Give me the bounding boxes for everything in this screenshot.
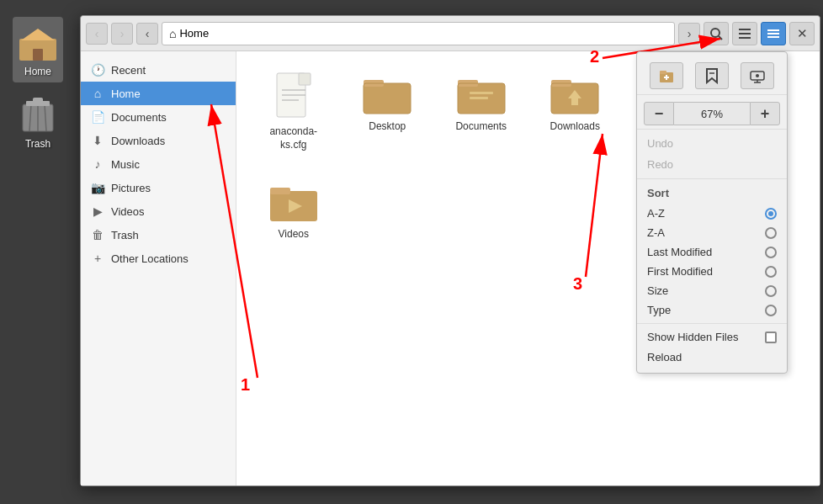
config-file-icon: [273, 72, 314, 120]
undo-item[interactable]: Undo: [637, 133, 787, 154]
zoom-row: − 67% +: [637, 98, 787, 130]
sidebar-item-trash[interactable]: 🗑 Trash: [81, 223, 236, 247]
file-desktop[interactable]: Desktop: [344, 65, 432, 166]
show-hidden-checkbox[interactable]: [765, 332, 777, 343]
svg-rect-16: [767, 33, 779, 34]
sort-last-modified[interactable]: Last Modified: [637, 242, 787, 262]
sort-size[interactable]: Size: [637, 281, 787, 300]
svg-rect-14: [739, 37, 751, 39]
svg-rect-13: [739, 33, 751, 34]
new-folder-button[interactable]: [650, 62, 683, 89]
videos-icon: ▶: [91, 204, 104, 218]
svg-point-55: [756, 74, 759, 77]
forward-button[interactable]: ›: [111, 23, 133, 45]
sort-last-modified-radio[interactable]: [765, 247, 777, 258]
sort-az-radio[interactable]: [765, 208, 777, 220]
sidebar-downloads-label: Downloads: [111, 135, 165, 147]
sidebar-home-label: Home: [111, 88, 141, 100]
sidebar-other-label: Other Locations: [111, 252, 188, 265]
list-view-icon: [738, 27, 751, 40]
sort-type-label: Type: [647, 304, 671, 316]
sort-first-modified-label: First Modified: [647, 265, 713, 278]
file-anaconda[interactable]: anaconda-ks.cfg: [250, 65, 337, 166]
menu-divider-1: [637, 178, 787, 179]
desktop-icon-trash[interactable]: Trash: [14, 89, 61, 155]
sidebar-item-documents[interactable]: 📄 Documents: [81, 105, 236, 129]
hamburger-menu-icon: [767, 27, 780, 40]
search-icon: [709, 27, 723, 40]
new-folder-icon: [658, 67, 675, 84]
svg-rect-44: [270, 188, 290, 194]
file-documents[interactable]: Documents: [438, 65, 525, 166]
close-button[interactable]: ✕: [789, 22, 815, 45]
svg-rect-12: [739, 29, 751, 30]
show-hidden-row[interactable]: Show Hidden Files: [637, 327, 787, 347]
svg-rect-31: [470, 97, 488, 99]
file-videos[interactable]: Videos: [250, 172, 337, 273]
downloads-folder-icon: [550, 72, 600, 115]
file-anaconda-label: anaconda-ks.cfg: [257, 125, 331, 151]
sidebar-item-other[interactable]: + Other Locations: [81, 247, 236, 270]
sort-last-modified-label: Last Modified: [647, 246, 712, 258]
titlebar: ‹ › ‹ ⌂ Home ›: [81, 16, 820, 51]
home-icon-label: Home: [24, 66, 51, 77]
view-list-button[interactable]: [732, 22, 757, 45]
zoom-in-button[interactable]: +: [750, 102, 780, 125]
sort-az-label: A-Z: [647, 207, 665, 220]
desktop-icons: Home Trash: [0, 0, 76, 504]
sidebar-item-recent[interactable]: 🕐 Recent: [81, 58, 236, 82]
sort-type-radio[interactable]: [765, 305, 777, 316]
sidebar-videos-label: Videos: [111, 205, 145, 218]
location-next-button[interactable]: ›: [678, 23, 700, 45]
back-button[interactable]: ‹: [86, 23, 108, 45]
file-downloads[interactable]: Downloads: [532, 65, 619, 166]
file-videos-label: Videos: [279, 228, 309, 241]
svg-marker-1: [21, 29, 55, 40]
sidebar-item-home[interactable]: ⌂ Home: [81, 82, 236, 105]
search-button[interactable]: [704, 22, 729, 45]
connect-button[interactable]: [741, 62, 774, 89]
trash-icon-label: Trash: [25, 138, 50, 150]
sort-size-radio[interactable]: [765, 285, 777, 297]
documents-folder-icon: [456, 72, 507, 115]
bookmarks-button[interactable]: [695, 62, 729, 89]
sidebar-pictures-label: Pictures: [111, 182, 151, 194]
sort-za-radio[interactable]: [765, 227, 777, 239]
reload-item[interactable]: Reload: [637, 347, 787, 368]
dropdown-menu: − 67% + Undo Redo Sort A-Z Z-A Last Modi…: [636, 51, 788, 374]
redo-item[interactable]: Redo: [637, 154, 787, 175]
sort-az[interactable]: A-Z: [637, 204, 787, 223]
sort-first-modified-radio[interactable]: [765, 266, 777, 278]
zoom-value: 67%: [674, 102, 750, 125]
sort-za[interactable]: Z-A: [637, 223, 787, 242]
sidebar-item-videos[interactable]: ▶ Videos: [81, 199, 236, 223]
sidebar-item-downloads[interactable]: ⬇ Downloads: [81, 129, 236, 152]
documents-icon: 📄: [91, 110, 104, 124]
file-documents-label: Documents: [455, 120, 507, 134]
menu-button[interactable]: [761, 22, 786, 45]
svg-rect-9: [33, 98, 43, 103]
location-bar[interactable]: ⌂ Home: [162, 22, 675, 45]
sidebar-item-music[interactable]: ♪ Music: [81, 152, 236, 176]
zoom-out-button[interactable]: −: [644, 102, 674, 125]
location-home-icon: ⌂: [169, 27, 176, 40]
desktop-icon-home[interactable]: Home: [13, 17, 63, 82]
up-button[interactable]: ‹: [136, 23, 158, 45]
desktop-folder-icon: [362, 72, 412, 115]
svg-rect-15: [767, 29, 779, 31]
pictures-icon: 📷: [91, 181, 104, 194]
sort-size-label: Size: [647, 284, 668, 297]
file-desktop-label: Desktop: [369, 120, 406, 134]
svg-rect-17: [767, 36, 779, 38]
sort-type[interactable]: Type: [637, 300, 787, 320]
sidebar-music-label: Music: [111, 158, 140, 171]
file-manager-window: ‹ › ‹ ⌂ Home ›: [80, 15, 820, 486]
toolbar-right: ✕: [704, 22, 815, 45]
recent-icon: 🕐: [91, 63, 104, 77]
home-sidebar-icon: ⌂: [91, 87, 104, 100]
sidebar-documents-label: Documents: [111, 111, 167, 124]
svg-rect-47: [660, 71, 666, 74]
sort-first-modified[interactable]: First Modified: [637, 262, 787, 281]
bookmarks-icon: [704, 67, 720, 84]
sidebar-item-pictures[interactable]: 📷 Pictures: [81, 176, 236, 199]
